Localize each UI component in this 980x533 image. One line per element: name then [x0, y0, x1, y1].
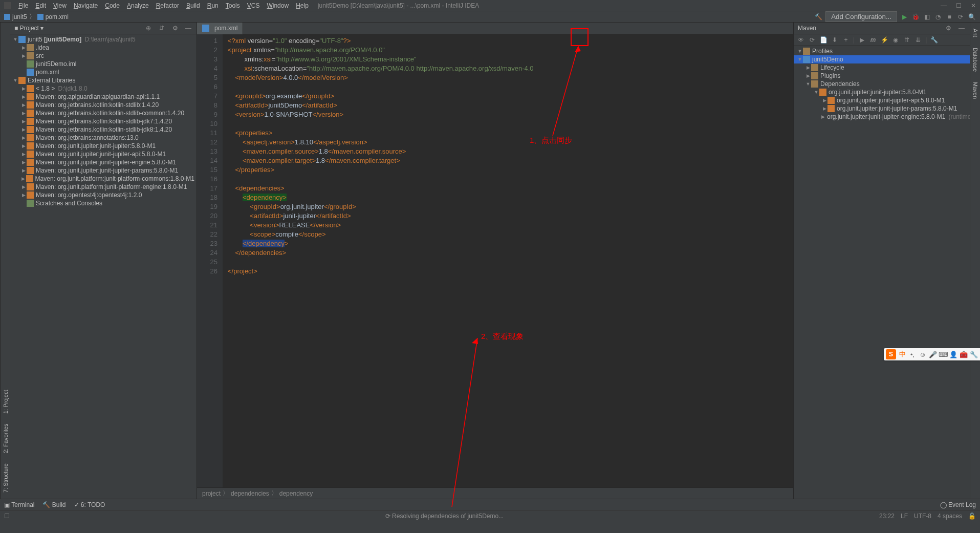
- toggle-offline-icon[interactable]: ⚡: [880, 36, 888, 44]
- hammer-icon[interactable]: 🔨: [814, 13, 822, 21]
- event-log-tab[interactable]: ◯ Event Log: [940, 501, 976, 508]
- build-tab[interactable]: 🔨 Build: [42, 501, 66, 508]
- wrench-icon[interactable]: 🔧: [930, 36, 938, 44]
- library-item[interactable]: ▶Maven: org.jetbrains.kotlin:kotlin-stdl…: [10, 117, 197, 125]
- ime-toolbox-icon[interactable]: 🧰: [960, 350, 968, 358]
- maven-tree-item[interactable]: ▼junit5Demo: [794, 55, 970, 63]
- breadcrumb-item[interactable]: junit5: [12, 13, 27, 20]
- add-configuration-button[interactable]: Add Configuration...: [825, 11, 897, 22]
- collapse-all-icon[interactable]: ⇈: [903, 36, 911, 44]
- menu-run[interactable]: Run: [204, 1, 222, 10]
- code-content[interactable]: <?xml version="1.0" encoding="UTF-8"?><p…: [223, 34, 539, 487]
- library-item[interactable]: ▶< 1.8 >D:\jdk1.8.0: [10, 84, 197, 93]
- library-item[interactable]: ▶Maven: org.jetbrains.kotlin:kotlin-stdl…: [10, 109, 197, 117]
- maven-tree-item[interactable]: ▼Profiles: [794, 47, 970, 55]
- editor-tab-pom[interactable]: pom.xml: [197, 23, 243, 34]
- library-item[interactable]: ▶Maven: org.jetbrains.kotlin:kotlin-stdl…: [10, 125, 197, 134]
- status-corner-icon[interactable]: ☐: [4, 513, 10, 520]
- project-item[interactable]: ▶.idea: [10, 44, 197, 52]
- debug-icon[interactable]: 🐞: [911, 13, 920, 21]
- external-libraries[interactable]: ▼ External Libraries: [10, 76, 197, 84]
- ime-smiley-icon[interactable]: ☺: [919, 350, 927, 358]
- scratches[interactable]: Scratches and Consoles: [10, 199, 197, 207]
- profile-icon[interactable]: ◔: [934, 13, 942, 21]
- breadcrumb[interactable]: junit5 〉 pom.xml: [4, 12, 69, 21]
- terminal-tab[interactable]: ▣ Terminal: [4, 501, 34, 508]
- download-icon[interactable]: ⬇: [831, 36, 839, 44]
- library-item[interactable]: ▶Maven: org.junit.platform:junit-platfor…: [10, 175, 197, 183]
- maven-tree-item[interactable]: ▶Plugins: [794, 72, 970, 80]
- project-root[interactable]: ▼ junit5 [junit5Demo] D:\learn\java\juni…: [10, 35, 197, 44]
- library-item[interactable]: ▶Maven: org.opentest4j:opentest4j:1.2.0: [10, 191, 197, 199]
- menu-navigate[interactable]: Navigate: [71, 1, 101, 10]
- eye-icon[interactable]: 👁: [797, 36, 805, 44]
- breadcrumb-item[interactable]: project: [202, 490, 221, 497]
- menu-file[interactable]: File: [15, 1, 31, 10]
- run-icon[interactable]: ▶: [900, 13, 908, 21]
- status-indent[interactable]: 4 spaces: [938, 513, 962, 520]
- collapse-icon[interactable]: ⇵: [158, 24, 166, 32]
- ime-user-icon[interactable]: 👤: [949, 350, 957, 358]
- maven-tab[interactable]: Maven: [971, 79, 979, 102]
- favorites-tab[interactable]: 2: Favorites: [2, 421, 10, 456]
- menu-window[interactable]: Window: [264, 1, 292, 10]
- library-item[interactable]: ▶Maven: org.jetbrains.kotlin:kotlin-stdl…: [10, 101, 197, 109]
- ime-toolbar[interactable]: S 中 •, ☺ 🎤 ⌨ 👤 🧰 🔧: [884, 348, 980, 360]
- breadcrumb-item[interactable]: pom.xml: [46, 13, 69, 20]
- menu-analyze[interactable]: Analyze: [124, 1, 152, 10]
- maven-tree-item[interactable]: ▼org.junit.jupiter:junit-jupiter:5.8.0-M…: [794, 88, 970, 96]
- minimize-icon[interactable]: —: [941, 2, 947, 9]
- project-tree[interactable]: ▼ junit5 [junit5Demo] D:\learn\java\juni…: [10, 34, 197, 499]
- maven-tree-item[interactable]: ▶org.junit.jupiter:junit-jupiter-api:5.8…: [794, 96, 970, 104]
- generate-sources-icon[interactable]: 📄: [819, 36, 827, 44]
- project-tab[interactable]: 1: Project: [2, 387, 10, 416]
- todo-tab[interactable]: ✓ 6: TODO: [74, 501, 105, 508]
- ime-mic-icon[interactable]: 🎤: [929, 350, 937, 358]
- add-icon[interactable]: +: [842, 36, 850, 44]
- status-cursor[interactable]: 23:22: [879, 513, 895, 520]
- sogou-icon[interactable]: S: [886, 349, 896, 359]
- menu-refactor[interactable]: Refactor: [153, 1, 182, 10]
- menu-tools[interactable]: Tools: [223, 1, 243, 10]
- library-item[interactable]: ▶Maven: org.apiguardian:apiguardian-api:…: [10, 93, 197, 101]
- menu-code[interactable]: Code: [102, 1, 123, 10]
- reload-icon[interactable]: ⟳: [808, 36, 816, 44]
- coverage-icon[interactable]: ◧: [923, 13, 931, 21]
- structure-tab[interactable]: 7: Structure: [2, 460, 10, 496]
- library-item[interactable]: ▶Maven: org.junit.jupiter:junit-jupiter:…: [10, 142, 197, 150]
- maven-tree-item[interactable]: ▶Lifecycle: [794, 63, 970, 72]
- project-item[interactable]: junit5Demo.iml: [10, 60, 197, 68]
- library-item[interactable]: ▶Maven: org.junit.jupiter:junit-jupiter-…: [10, 150, 197, 158]
- breadcrumb-item[interactable]: dependencies: [231, 490, 269, 497]
- ant-tab[interactable]: Ant: [971, 26, 979, 40]
- menu-build[interactable]: Build: [183, 1, 203, 10]
- project-item[interactable]: pom.xml: [10, 68, 197, 76]
- run-icon[interactable]: ▶: [858, 36, 866, 44]
- menu-edit[interactable]: Edit: [32, 1, 49, 10]
- ime-punct-icon[interactable]: •,: [908, 350, 917, 358]
- skip-tests-icon[interactable]: ◉: [891, 36, 900, 44]
- menu-view[interactable]: View: [50, 1, 70, 10]
- maven-tree-item[interactable]: ▼Dependencies: [794, 80, 970, 88]
- menu-vcs[interactable]: VCS: [244, 1, 263, 10]
- library-item[interactable]: ▶Maven: org.junit.platform:junit-platfor…: [10, 183, 197, 191]
- menu-help[interactable]: Help: [293, 1, 312, 10]
- m-icon[interactable]: m: [869, 36, 877, 44]
- database-tab[interactable]: Database: [971, 45, 979, 75]
- maven-tree-item[interactable]: ▶org.junit.jupiter:junit-jupiter-params:…: [794, 104, 970, 113]
- stop-icon[interactable]: ■: [945, 13, 953, 21]
- maven-tree-item[interactable]: ▶org.junit.jupiter:junit-jupiter-engine:…: [794, 113, 970, 121]
- ime-wrench-icon[interactable]: 🔧: [970, 350, 978, 358]
- expand-all-icon[interactable]: ⇊: [914, 36, 922, 44]
- target-icon[interactable]: ⊕: [144, 24, 153, 32]
- hide-icon[interactable]: —: [957, 24, 966, 32]
- gear-icon[interactable]: ⚙: [944, 24, 952, 32]
- search-icon[interactable]: 🔍: [968, 13, 976, 21]
- update-icon[interactable]: ⟳: [956, 13, 965, 21]
- breadcrumb-item[interactable]: dependency: [279, 490, 313, 497]
- ime-keyboard-icon[interactable]: ⌨: [939, 350, 947, 358]
- library-item[interactable]: ▶Maven: org.junit.jupiter:junit-jupiter-…: [10, 166, 197, 175]
- library-item[interactable]: ▶Maven: org.jetbrains:annotations:13.0: [10, 134, 197, 142]
- close-icon[interactable]: ✕: [971, 2, 976, 9]
- ime-lang-icon[interactable]: 中: [898, 350, 906, 358]
